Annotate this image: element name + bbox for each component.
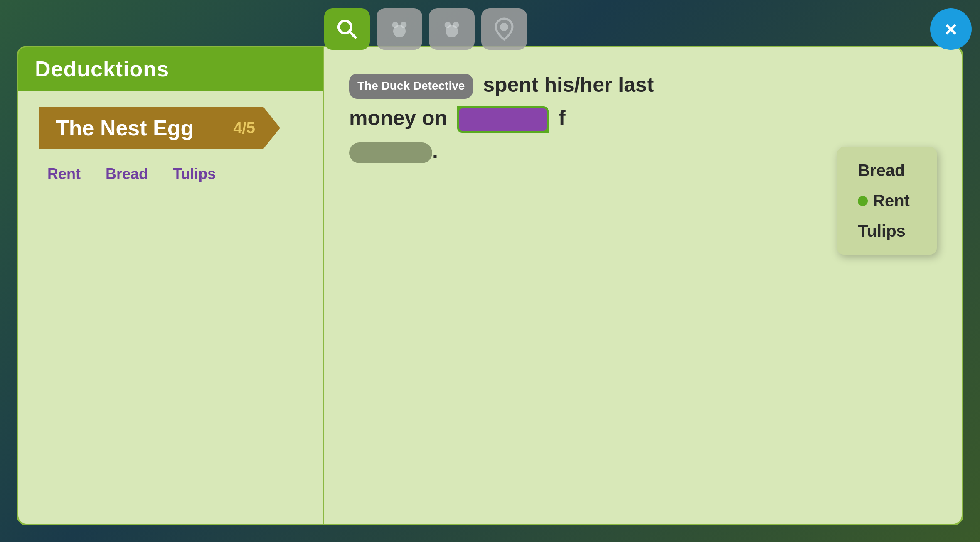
bear1-icon	[387, 17, 412, 42]
category-bread: Bread	[106, 165, 148, 183]
left-page: Deducktions The Nest Egg 4/5 Rent Bread …	[17, 46, 324, 525]
sentence-period: .	[432, 140, 438, 163]
location-icon	[492, 17, 517, 42]
selected-dot-icon	[858, 196, 868, 206]
svg-line-1	[350, 32, 355, 37]
left-page-content: The Nest Egg 4/5 Rent Bread Tulips	[18, 91, 323, 199]
word-blank-selector[interactable]	[457, 106, 549, 133]
svg-point-8	[500, 23, 508, 31]
svg-point-3	[392, 22, 399, 28]
category-rent: Rent	[47, 165, 81, 183]
bear1-tab-button[interactable]	[377, 8, 422, 50]
svg-point-4	[401, 22, 407, 28]
svg-point-7	[453, 22, 459, 28]
close-button[interactable]: ×	[930, 8, 972, 50]
sentence-text-2: money on	[349, 106, 447, 130]
dropdown-menu: Bread Rent Tulips	[837, 147, 937, 255]
ribbon-body: The Nest Egg 4/5	[39, 107, 280, 149]
detective-badge: The Duck Detective	[349, 74, 473, 99]
ribbon-title: The Nest Egg	[56, 115, 194, 140]
tulips-label: Tulips	[858, 222, 906, 240]
bear2-icon	[439, 17, 464, 42]
dropdown-item-tulips[interactable]: Tulips	[849, 216, 924, 246]
dropdown-item-bread[interactable]: Bread	[849, 155, 924, 186]
ribbon-score: 4/5	[233, 119, 255, 137]
bear2-tab-button[interactable]	[429, 8, 475, 50]
rent-label: Rent	[873, 191, 910, 210]
ribbon-banner: The Nest Egg 4/5	[39, 107, 280, 149]
toolbar	[316, 4, 980, 54]
categories-list: Rent Bread Tulips	[39, 165, 302, 183]
search-tab-button[interactable]	[324, 8, 370, 50]
word-blank2[interactable]	[349, 142, 432, 163]
dropdown-item-rent[interactable]: Rent	[849, 186, 924, 216]
deducktions-title: Deducktions	[35, 57, 169, 81]
book-container: Deducktions The Nest Egg 4/5 Rent Bread …	[17, 46, 963, 525]
category-tulips: Tulips	[173, 165, 216, 183]
bread-label: Bread	[858, 161, 905, 180]
search-icon	[335, 17, 359, 42]
right-page: The Duck Detective spent his/her last mo…	[324, 46, 963, 525]
location-tab-button[interactable]	[481, 8, 527, 50]
left-page-header: Deducktions	[18, 47, 323, 91]
svg-point-6	[445, 22, 451, 28]
sentence-text-1: spent his/her last	[483, 73, 654, 96]
sentence-text-3: f	[559, 106, 566, 130]
